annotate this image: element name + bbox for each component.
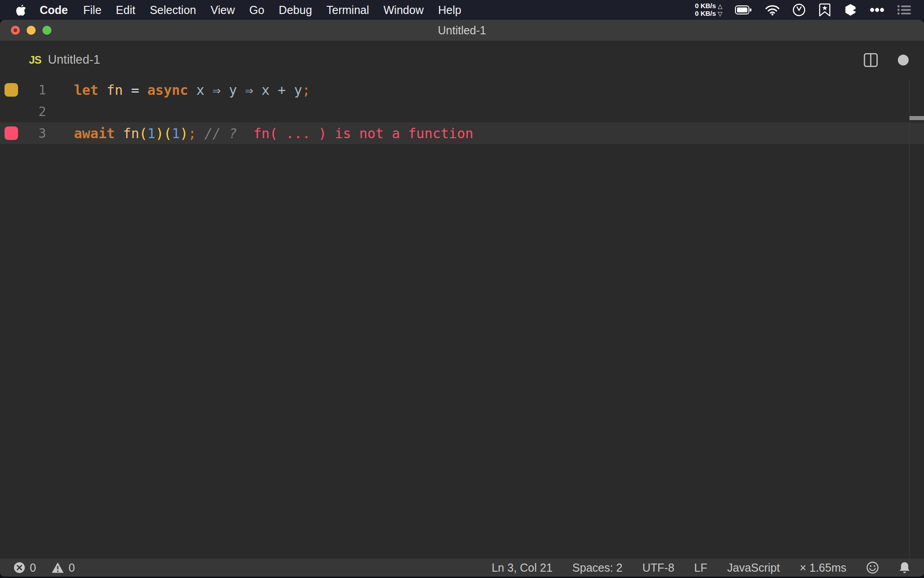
token-kw: let xyxy=(74,82,98,98)
menu-window[interactable]: Window xyxy=(376,4,431,17)
battery-icon[interactable] xyxy=(735,4,753,16)
token-plain xyxy=(123,82,131,98)
statusbar-right: Ln 3, Col 21Spaces: 2UTF-8LFJavaScript× … xyxy=(492,561,924,574)
unsaved-changes-indicator[interactable] xyxy=(898,55,909,65)
token-comment: // ? xyxy=(204,126,237,141)
menu-selection[interactable]: Selection xyxy=(143,4,203,17)
token-kw: await xyxy=(74,126,115,141)
bookmark-icon[interactable] xyxy=(818,3,832,17)
token-semi: ; xyxy=(302,82,310,98)
status-bar: 0 0 Ln 3, Col 21Spaces: 2UTF-8LFJavaScri… xyxy=(0,559,924,577)
list-icon[interactable] xyxy=(897,4,911,16)
menu-file[interactable]: File xyxy=(76,4,109,17)
status-item[interactable]: UTF-8 xyxy=(642,561,675,574)
network-speed-indicator[interactable]: 0 KB/s △ 0 KB/s ▽ xyxy=(695,2,722,18)
editor-filename-label[interactable]: Untitled-1 xyxy=(48,53,100,67)
net-down-label: 0 KB/s xyxy=(695,9,716,17)
token-semi: ; xyxy=(188,126,196,141)
token-error: fn( ... ) is not a function xyxy=(253,126,473,141)
traffic-lights xyxy=(11,20,51,41)
problems-indicator[interactable]: 0 0 xyxy=(0,561,79,574)
menu-view[interactable]: View xyxy=(203,4,242,17)
token-plain xyxy=(115,126,123,141)
net-down-icon: ▽ xyxy=(718,10,722,17)
error-icon xyxy=(14,562,25,573)
token-plain xyxy=(98,82,106,98)
token-plain xyxy=(188,82,196,98)
warning-icon xyxy=(51,562,64,573)
statusbar-right-items: Ln 3, Col 21Spaces: 2UTF-8LFJavaScript× … xyxy=(492,561,846,574)
code-line-2[interactable]: 2 xyxy=(0,101,924,122)
quokka-marker xyxy=(5,126,18,140)
editor-header: JS Untitled-1 xyxy=(0,41,924,79)
token-plain xyxy=(196,126,204,141)
code-line-3[interactable]: 3await fn(1)(1); // ? fn( ... ) is not a… xyxy=(0,122,924,144)
code-text: let fn = async x ⇒ y ⇒ x + y; xyxy=(74,82,310,98)
javascript-language-icon: JS xyxy=(29,54,41,66)
status-item[interactable]: × 1.65ms xyxy=(799,561,846,574)
net-up-label: 0 KB/s xyxy=(695,2,716,9)
menu-go[interactable]: Go xyxy=(242,4,272,17)
apple-menu-icon[interactable] xyxy=(16,4,26,16)
token-paren: ) xyxy=(180,126,188,141)
error-count: 0 xyxy=(30,561,36,574)
menu-debug[interactable]: Debug xyxy=(272,4,319,17)
screen: CodeFileEditSelectionViewGoDebugTerminal… xyxy=(0,0,924,578)
net-up-icon: △ xyxy=(718,3,722,9)
clock-icon[interactable] xyxy=(792,3,806,17)
menubar-status-area: 0 KB/s △ 0 KB/s ▽ xyxy=(695,2,924,18)
token-plain xyxy=(139,82,148,98)
menu-code[interactable]: Code xyxy=(32,4,76,17)
apple-logo xyxy=(16,4,26,16)
status-item[interactable]: Ln 3, Col 21 xyxy=(492,561,553,574)
status-item[interactable]: Spaces: 2 xyxy=(573,561,623,574)
token-paren: ( xyxy=(164,126,172,141)
close-button[interactable] xyxy=(11,26,20,35)
token-fn: fn xyxy=(123,126,139,141)
bell-icon[interactable] xyxy=(899,561,910,574)
menu-help[interactable]: Help xyxy=(431,4,468,17)
ellipsis-icon[interactable] xyxy=(869,7,885,13)
token-eq: = xyxy=(131,82,139,98)
overview-ruler-border xyxy=(909,79,910,559)
code-area[interactable]: 1let fn = async x ⇒ y ⇒ x + y;23await fn… xyxy=(0,79,924,144)
token-num: 1 xyxy=(148,126,156,141)
minimize-button[interactable] xyxy=(27,26,36,35)
status-item[interactable]: LF xyxy=(694,561,707,574)
vscode-window: Untitled-1 JS Untitled-1 1let fn = async… xyxy=(0,20,924,577)
cube-icon[interactable] xyxy=(844,3,857,17)
token-kw: async xyxy=(148,82,188,98)
code-line-1[interactable]: 1let fn = async x ⇒ y ⇒ x + y; xyxy=(0,79,924,101)
zoom-button[interactable] xyxy=(42,26,51,35)
code-text: await fn(1)(1); // ? fn( ... ) is not a … xyxy=(74,126,473,141)
window-titlebar[interactable]: Untitled-1 xyxy=(0,20,924,41)
token-paren: ) xyxy=(156,126,164,141)
token-fn: fn xyxy=(106,82,123,98)
wifi-icon[interactable] xyxy=(765,4,780,16)
line-number: 2 xyxy=(0,104,46,119)
window-title: Untitled-1 xyxy=(438,24,486,37)
editor-header-actions xyxy=(864,41,924,79)
warning-count: 0 xyxy=(69,561,75,574)
smiley-icon[interactable] xyxy=(866,561,879,574)
token-var: x ⇒ y ⇒ x + y xyxy=(196,82,302,98)
split-editor-icon[interactable] xyxy=(864,53,878,67)
token-num: 1 xyxy=(172,126,180,141)
status-item[interactable]: JavaScript xyxy=(727,561,780,574)
token-plain xyxy=(237,126,253,141)
quokka-marker xyxy=(5,83,18,97)
menubar-items: CodeFileEditSelectionViewGoDebugTerminal… xyxy=(32,4,468,17)
menu-terminal[interactable]: Terminal xyxy=(319,4,376,17)
overview-ruler-cursor-mark[interactable] xyxy=(910,116,924,120)
menu-edit[interactable]: Edit xyxy=(109,4,143,17)
token-paren: ( xyxy=(139,126,148,141)
macos-menu-bar: CodeFileEditSelectionViewGoDebugTerminal… xyxy=(0,0,924,20)
